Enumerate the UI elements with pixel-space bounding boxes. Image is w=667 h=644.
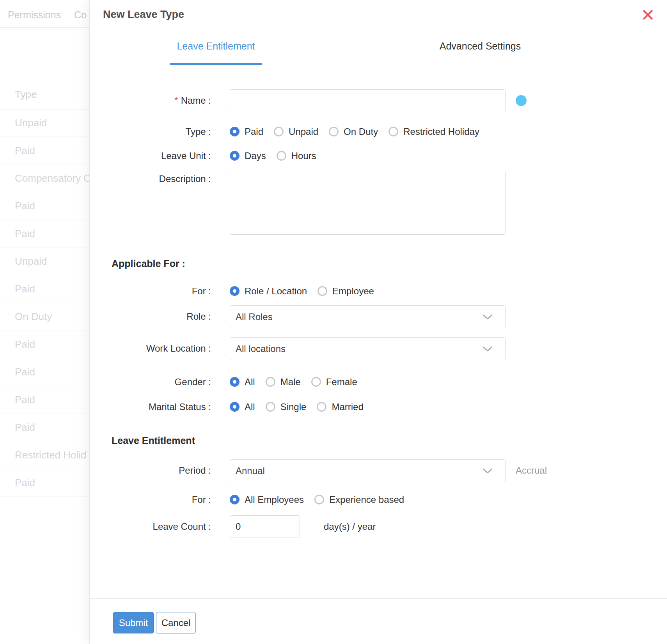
name-input[interactable] [230,89,506,112]
type-radio-group: Paid Unpaid On Duty Restricted Holiday [230,127,479,136]
bg-list-item: Unpaid [0,109,89,137]
background-divider [0,77,89,77]
modal-title: New Leave Type [103,9,184,21]
radio-selected-icon[interactable] [230,377,239,387]
period-dropdown-value: Annual [236,460,265,482]
radio-unselected-icon[interactable] [277,151,286,161]
background-tab-clipped: Co [74,9,87,21]
bg-list-item: Paid [0,137,89,165]
gender-radio-group: All Male Female [230,377,357,387]
leave-count-input[interactable] [230,515,300,538]
radio-option-unpaid[interactable]: Unpaid [274,127,318,136]
applicable-for-heading: Applicable For : [112,258,185,269]
leave-unit-radio-group: Days Hours [230,151,316,161]
radio-unselected-icon[interactable] [274,127,284,136]
radio-unselected-icon[interactable] [314,495,324,504]
background-column-header: Type [15,88,37,101]
work-location-dropdown-value: All locations [236,338,286,360]
work-location-dropdown[interactable]: All locations [230,337,506,360]
leave-count-suffix: day(s) / year [324,521,376,533]
type-label: Type : [90,126,211,138]
entitlement-for-label: For : [90,494,211,506]
bg-list-item: Compensatory O [0,165,89,192]
role-label: Role : [90,311,211,322]
gender-label: Gender : [90,376,211,388]
description-textarea[interactable] [230,171,506,235]
radio-option-all-gender[interactable]: All [230,377,255,387]
chevron-down-icon [483,468,493,474]
notification-dot [516,95,527,106]
radio-option-restricted-holiday[interactable]: Restricted Holiday [388,127,479,136]
radio-selected-icon[interactable] [230,402,239,412]
radio-option-married[interactable]: Married [317,402,363,412]
bg-list-item: Restricted Holid [0,441,89,469]
chevron-down-icon [483,314,493,320]
entitlement-for-radio-group: All Employees Experience based [230,495,404,504]
marital-status-label: Marital Status : [90,401,211,413]
radio-option-all-marital[interactable]: All [230,402,255,412]
close-button[interactable] [641,8,655,22]
name-label: *Name : [90,95,211,106]
radio-unselected-icon[interactable] [329,127,339,136]
bg-list-item: Paid [0,358,89,386]
bg-list-item: Unpaid [0,248,89,275]
radio-unselected-icon[interactable] [317,402,326,412]
radio-unselected-icon[interactable] [388,127,398,136]
bg-list-item: Paid [0,192,89,220]
tab-leave-entitlement[interactable]: Leave Entitlement [170,41,262,52]
radio-option-employee[interactable]: Employee [318,286,374,296]
accrual-label: Accrual [516,465,547,476]
period-label: Period : [90,465,211,476]
radio-option-paid[interactable]: Paid [230,127,263,136]
modal-tabbar: Leave Entitlement Advanced Settings [90,28,667,65]
bg-list-item: On Duty [0,303,89,331]
radio-option-all-employees[interactable]: All Employees [230,495,304,504]
chevron-down-icon [483,346,493,352]
bg-list-item: Paid [0,469,89,497]
applicable-for-label: For : [90,285,211,297]
submit-button[interactable]: Submit [113,612,154,633]
radio-option-hours[interactable]: Hours [277,151,316,161]
radio-option-female[interactable]: Female [311,377,357,387]
radio-selected-icon[interactable] [230,495,239,504]
radio-unselected-icon[interactable] [311,377,321,387]
marital-status-radio-group: All Single Married [230,402,364,412]
background-topbar: Permissions Co [0,0,89,28]
bg-list-item: Paid [0,386,89,414]
radio-selected-icon[interactable] [230,286,239,296]
role-dropdown[interactable]: All Roles [230,305,506,328]
radio-unselected-icon[interactable] [266,377,275,387]
radio-option-male[interactable]: Male [266,377,301,387]
radio-option-role-location[interactable]: Role / Location [230,286,307,296]
new-leave-type-modal: New Leave Type Leave Entitlement Advance… [89,0,667,644]
background-tab-permissions: Permissions [8,9,61,21]
radio-option-experience-based[interactable]: Experience based [314,495,404,504]
required-asterisk: * [174,95,178,106]
close-icon [643,10,653,20]
leave-entitlement-heading: Leave Entitlement [112,435,195,446]
bg-list-item: Paid [0,275,89,303]
radio-selected-icon[interactable] [230,127,239,136]
background-page: Permissions Co Type Unpaid Paid Compensa… [0,0,89,644]
bg-list-item: Paid [0,331,89,358]
radio-unselected-icon[interactable] [266,402,275,412]
period-dropdown[interactable]: Annual [230,459,506,482]
leave-unit-label: Leave Unit : [90,150,211,162]
radio-selected-icon[interactable] [230,151,239,161]
radio-option-single[interactable]: Single [266,402,307,412]
radio-unselected-icon[interactable] [318,286,327,296]
bg-list-item: Paid [0,220,89,248]
modal-header: New Leave Type [90,0,667,28]
bg-list-item: Paid [0,414,89,441]
radio-option-on-duty[interactable]: On Duty [329,127,378,136]
cancel-button[interactable]: Cancel [156,612,196,633]
leave-count-label: Leave Count : [90,521,211,533]
work-location-label: Work Location : [90,343,211,354]
footer-divider [90,598,667,599]
background-leave-type-list: Unpaid Paid Compensatory O Paid Paid Unp… [0,109,89,497]
applicable-for-radio-group: Role / Location Employee [230,286,374,296]
description-label: Description : [90,173,211,185]
tab-advanced-settings[interactable]: Advanced Settings [439,41,521,52]
active-tab-underline [170,63,262,65]
radio-option-days[interactable]: Days [230,151,266,161]
